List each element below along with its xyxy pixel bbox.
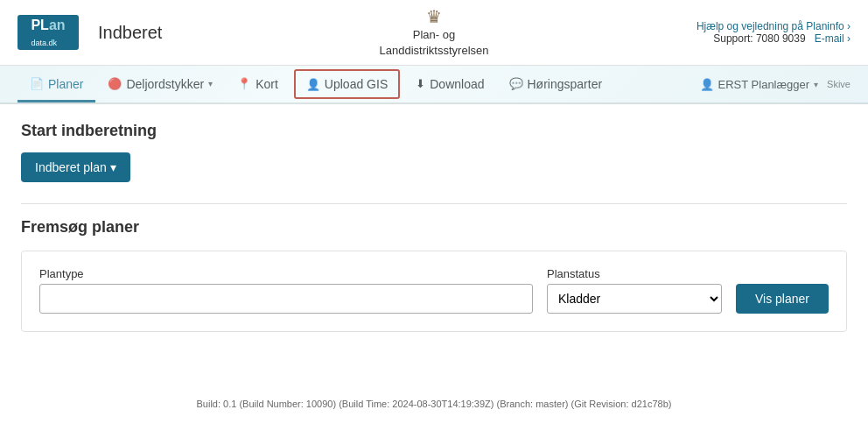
user-location: Skive xyxy=(827,79,850,89)
plantype-group: Plantype xyxy=(39,267,533,314)
start-section: Start indberetning Indberet plan ▾ xyxy=(21,122,847,182)
planstatus-label: Planstatus xyxy=(547,267,722,280)
email-link[interactable]: E-mail › xyxy=(815,32,850,45)
download-icon: ⬇ xyxy=(416,77,425,90)
plantype-input[interactable] xyxy=(39,284,533,314)
nav-item-planer[interactable]: 📄 Planer xyxy=(18,68,95,102)
nav-label-upload-gis: Upload GIS xyxy=(325,77,388,91)
build-info: Build: 0.1 (Build Number: 10090) (Build … xyxy=(197,399,672,409)
search-section-title: Fremsøg planer xyxy=(21,218,847,237)
planer-icon: 📄 xyxy=(30,77,44,90)
nav-item-upload-gis[interactable]: 👤 Upload GIS xyxy=(294,69,400,99)
start-section-title: Start indberetning xyxy=(21,122,847,140)
planstatus-group: Planstatus Kladder Aktiv Aflyst Alle xyxy=(547,267,722,314)
user-menu[interactable]: 👤 ERST Planlægger ▾ Skive xyxy=(700,78,850,91)
user-icon: 👤 xyxy=(700,78,714,91)
plantype-label: Plantype xyxy=(39,267,533,280)
vis-planer-button[interactable]: Vis planer xyxy=(736,284,829,314)
logo-image: PLan data.dk xyxy=(18,15,79,50)
support-text: Support: 7080 9039 xyxy=(713,32,805,45)
nav-label-download: Download xyxy=(430,77,484,91)
nav-label-hoeringsparter: Høringsparter xyxy=(528,77,603,91)
nav-label-planer: Planer xyxy=(48,77,83,91)
help-link[interactable]: Hjælp og vejledning på Planinfo › xyxy=(696,20,850,32)
upload-gis-icon: 👤 xyxy=(306,78,320,91)
nav-item-kort[interactable]: 📍 Kort xyxy=(225,68,290,102)
user-dropdown-arrow: ▾ xyxy=(814,80,818,89)
nav-bar: 📄 Planer 🔴 Deljordstykker ▾ 📍 Kort 👤 Upl… xyxy=(0,66,868,104)
nav-label-kort: Kort xyxy=(256,77,278,91)
chevron-down-icon: ▾ xyxy=(208,79,213,88)
hoeringsparter-icon: 💬 xyxy=(509,77,523,90)
search-card: Plantype Planstatus Kladder Aktiv Aflyst… xyxy=(21,251,847,332)
kort-icon: 📍 xyxy=(237,77,251,90)
search-section: Fremsøg planer Plantype Planstatus Kladd… xyxy=(21,218,847,332)
nav-label-deljordstykker: Deljordstykker xyxy=(126,77,204,91)
crown-icon: ♛ xyxy=(380,6,489,27)
indberet-label: Indberet xyxy=(98,23,162,43)
nav-item-download[interactable]: ⬇ Download xyxy=(403,68,496,102)
footer: Build: 0.1 (Build Number: 10090) (Build … xyxy=(0,385,868,423)
indberet-plan-button[interactable]: Indberet plan ▾ xyxy=(21,152,130,182)
header: PLan data.dk Indberet ♛ Plan- og Landdis… xyxy=(0,0,868,66)
org-center: ♛ Plan- og Landdistriktsstyrelsen xyxy=(380,6,489,59)
nav-left: 📄 Planer 🔴 Deljordstykker ▾ 📍 Kort 👤 Upl… xyxy=(18,66,614,102)
nav-item-hoeringsparter[interactable]: 💬 Høringsparter xyxy=(497,68,615,102)
main-content: Start indberetning Indberet plan ▾ Frems… xyxy=(0,104,868,350)
header-right: Hjælp og vejledning på Planinfo › Suppor… xyxy=(696,20,850,45)
deljordstykker-icon: 🔴 xyxy=(108,77,122,90)
user-name: ERST Planlægger xyxy=(718,78,810,91)
nav-item-deljordstykker[interactable]: 🔴 Deljordstykker ▾ xyxy=(95,68,225,102)
search-row: Plantype Planstatus Kladder Aktiv Aflyst… xyxy=(39,267,829,314)
logo-area: PLan data.dk Indberet xyxy=(18,15,162,50)
divider xyxy=(21,203,847,204)
planstatus-select[interactable]: Kladder Aktiv Aflyst Alle xyxy=(547,284,722,314)
org-name: Plan- og Landdistriktsstyrelsen xyxy=(380,27,489,59)
